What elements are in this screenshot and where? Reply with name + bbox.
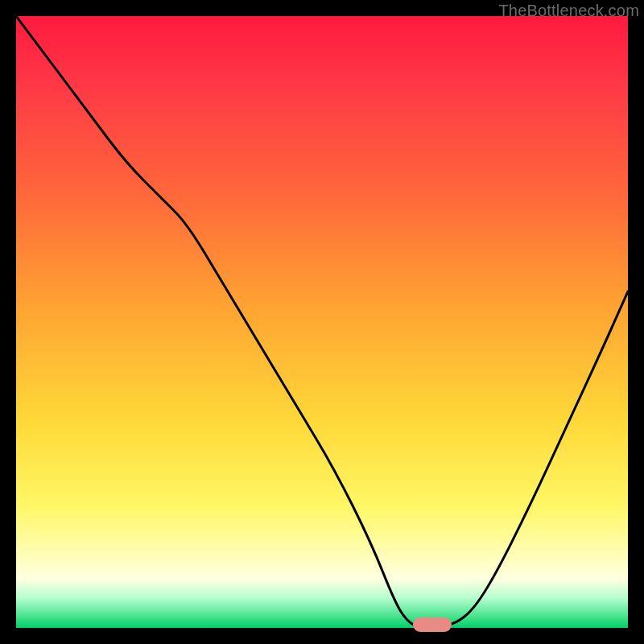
bottleneck-curve <box>16 16 628 628</box>
chart-frame: TheBottleneck.com <box>0 0 644 644</box>
plot-area <box>16 16 628 628</box>
minimum-marker <box>413 617 452 632</box>
watermark-text: TheBottleneck.com <box>498 2 639 20</box>
